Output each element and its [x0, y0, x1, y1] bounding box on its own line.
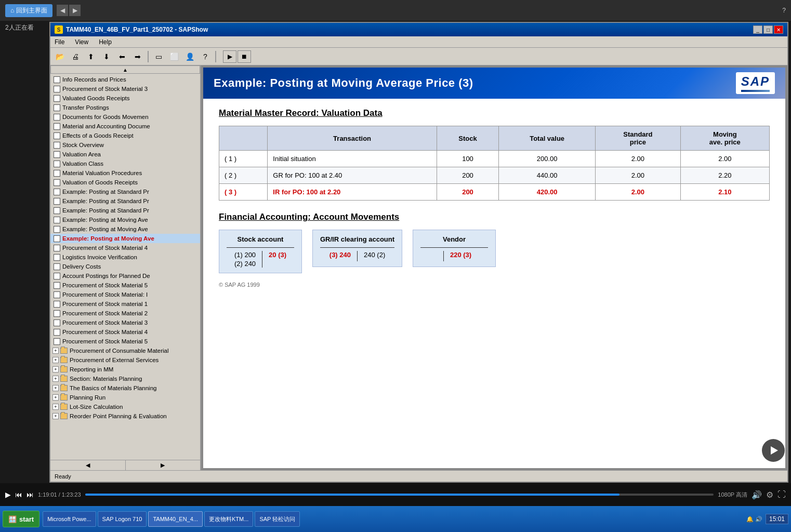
expand-icon: +	[52, 376, 59, 382]
sidebar-item[interactable]: Example: Posting at Standard Pr	[50, 196, 200, 206]
sidebar-item[interactable]: Material and Accounting Docume	[50, 122, 200, 131]
sidebar-item[interactable]: Example: Posting at Standard Pr	[50, 187, 200, 196]
media-prev[interactable]: ⏮	[15, 490, 22, 499]
taskbar-app-button[interactable]: SAP Logon 710	[98, 511, 147, 527]
toolbar-user[interactable]: 👤	[182, 50, 197, 63]
sidebar-item[interactable]: Valuated Goods Receipts	[50, 94, 200, 103]
media-next[interactable]: ⏭	[27, 490, 34, 499]
nav-arrows: ◀ ▶	[57, 5, 81, 16]
sidebar-item[interactable]: Procurement of Stock Material 5	[50, 337, 200, 346]
sidebar-item[interactable]: +The Basics of Materials Planning	[50, 383, 200, 393]
sidebar-item-label: Effects of a Goods Receipt	[62, 132, 134, 139]
sidebar-nav-left[interactable]: ◀	[50, 460, 126, 470]
folder-icon	[60, 375, 68, 382]
account-boxes: Stock account(1) 200(2) 24020 (3)GR/IR c…	[219, 230, 770, 273]
sidebar-item-label: Valuated Goods Receipts	[62, 95, 130, 101]
play-button[interactable]: ▶	[223, 50, 236, 63]
toolbar-view1[interactable]: ▭	[151, 50, 166, 63]
sidebar-item[interactable]: Procurement of Stock Material 4	[50, 327, 200, 337]
toolbar-print[interactable]: 🖨	[68, 50, 83, 63]
sidebar-item[interactable]: Stock Overview	[50, 140, 200, 150]
doc-icon	[52, 104, 61, 111]
sidebar-item-label: Procurement of External Services	[70, 357, 159, 363]
top-bar: ⌂ 回到主界面 ◀ ▶ ?	[0, 0, 791, 21]
close-button[interactable]: ✕	[774, 25, 783, 34]
sidebar-item[interactable]: Procurement of Stock Material 3	[50, 318, 200, 327]
home-button[interactable]: ⌂ 回到主界面	[5, 4, 52, 17]
sidebar-item[interactable]: Example: Posting at Moving Ave	[50, 224, 200, 234]
home-label: 回到主界面	[16, 6, 47, 15]
toolbar-back[interactable]: ⬅	[115, 50, 129, 63]
doc-icon	[52, 254, 61, 261]
table-cell: 2.20	[680, 167, 769, 184]
col-header-stock: Stock	[437, 126, 498, 151]
expand-icon: +	[52, 394, 59, 401]
sidebar-item[interactable]: Account Postings for Planned De	[50, 271, 200, 281]
toolbar-down[interactable]: ⬇	[99, 50, 114, 63]
sidebar-item[interactable]: Delivery Costs	[50, 262, 200, 271]
taskbar-app-button[interactable]: SAP 轻松访问	[255, 511, 300, 527]
table-cell: IR for PO: 100 at 2.20	[268, 184, 437, 201]
sidebar-item[interactable]: Valuation of Goods Receipts	[50, 178, 200, 187]
sidebar-item[interactable]: Example: Posting at Moving Ave	[50, 215, 200, 224]
sidebar-item[interactable]: Info Records and Prices	[50, 75, 200, 84]
taskbar-app-button[interactable]: TAMM40_EN_4...	[148, 511, 203, 527]
stop-button[interactable]: ⏹	[238, 50, 251, 63]
sidebar-nav-right[interactable]: ▶	[126, 460, 201, 470]
sidebar-item[interactable]: Effects of a Goods Receipt	[50, 131, 200, 140]
sidebar-item[interactable]: Procurement of Stock material 1	[50, 299, 200, 309]
sidebar-item[interactable]: Procurement of Stock Material: I	[50, 290, 200, 299]
toolbar-open[interactable]: 📂	[52, 50, 67, 63]
sidebar-item-label: Procurement of Stock Material 5	[62, 282, 148, 288]
sidebar-item[interactable]: Documents for Goods Movemen	[50, 112, 200, 122]
sidebar-item[interactable]: +Lot-Size Calculation	[50, 402, 200, 411]
toolbar-separator-1	[148, 51, 149, 62]
table-cell: 200.00	[499, 151, 596, 167]
sidebar-item[interactable]: Material Valuation Procedures	[50, 168, 200, 178]
table-cell: 2.00	[596, 184, 681, 201]
sidebar-item[interactable]: +Procurement of External Services	[50, 355, 200, 365]
account-box: Vendor220 (3)	[413, 230, 496, 267]
sidebar-item[interactable]: Procurement of Stock Material 3	[50, 84, 200, 94]
video-icon[interactable]	[762, 439, 785, 462]
taskbar-app-button[interactable]: 更改物料KTM...	[204, 511, 253, 527]
toolbar-help[interactable]: ?	[198, 50, 213, 63]
start-button[interactable]: 🪟 start	[3, 511, 39, 527]
sidebar-item[interactable]: Example: Posting at Moving Ave	[50, 234, 200, 243]
sidebar-scroll-up[interactable]: ▲	[50, 65, 200, 74]
sidebar-item-label: Section: Materials Planning	[70, 376, 142, 382]
toolbar-view2[interactable]: ⬜	[167, 50, 181, 63]
sidebar-item[interactable]: Transfer Postings	[50, 103, 200, 112]
menu-view[interactable]: View	[73, 37, 90, 47]
sidebar-item[interactable]: Valuation Class	[50, 159, 200, 168]
fullscreen-icon: ⛶	[777, 490, 786, 499]
toolbar-up[interactable]: ⬆	[84, 50, 98, 63]
sidebar-item[interactable]: Logistics Invoice Verification	[50, 252, 200, 262]
sidebar-item[interactable]: Procurement of Stock Material 2	[50, 309, 200, 318]
sidebar-item[interactable]: Procurement of Stock Material 5	[50, 281, 200, 290]
sidebar-item-label: Transfer Postings	[62, 104, 109, 111]
sidebar-item[interactable]: Valuation Area	[50, 150, 200, 159]
nav-forward-button[interactable]: ▶	[69, 5, 81, 16]
slide-content: Example: Posting at Moving Average Price…	[203, 68, 785, 468]
sidebar-item[interactable]: +Reorder Point Planning & Evaluation	[50, 411, 200, 421]
progress-bar[interactable]	[85, 494, 714, 496]
toolbar-separator-2	[215, 51, 216, 62]
sidebar-item[interactable]: +Planning Run	[50, 393, 200, 402]
sidebar-item[interactable]: +Reporting in MM	[50, 365, 200, 374]
nav-back-button[interactable]: ◀	[57, 5, 68, 16]
sidebar-item[interactable]: +Section: Materials Planning	[50, 374, 200, 383]
sidebar-item[interactable]: +Procurement of Consumable Material	[50, 346, 200, 355]
time-display: 1:19:01 / 1:23:23	[38, 491, 81, 498]
sidebar-item[interactable]: Procurement of Stock Material 4	[50, 243, 200, 252]
minimize-button[interactable]: _	[753, 25, 762, 34]
taskbar-app-button[interactable]: Microsoft Powe...	[43, 511, 96, 527]
doc-icon	[52, 291, 61, 298]
doc-icon	[52, 272, 61, 280]
sidebar-item[interactable]: Example: Posting at Standard Pr	[50, 206, 200, 215]
menu-file[interactable]: File	[52, 37, 67, 47]
maximize-button[interactable]: □	[763, 25, 773, 34]
media-play[interactable]: ▶	[5, 490, 11, 499]
toolbar-forward[interactable]: ➡	[130, 50, 145, 63]
menu-help[interactable]: Help	[97, 37, 114, 47]
